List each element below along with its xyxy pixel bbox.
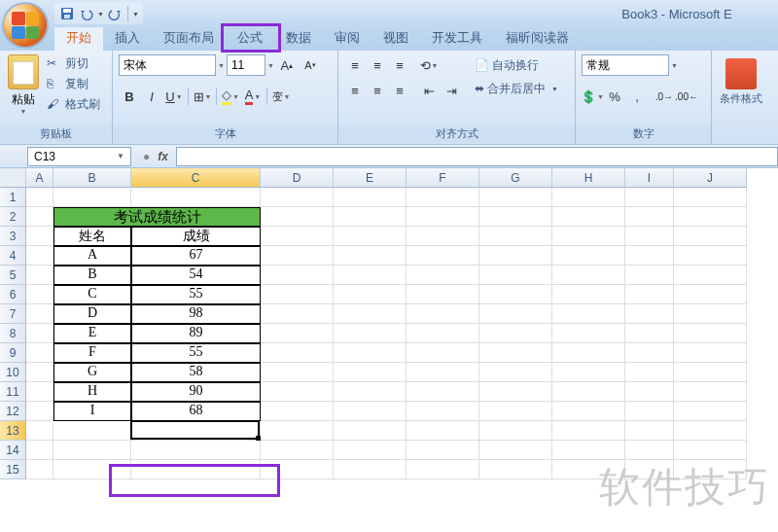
cell-A4[interactable] (26, 246, 53, 266)
cell-E1[interactable] (334, 188, 407, 207)
cell-E4[interactable] (334, 246, 407, 266)
cell-F13[interactable] (407, 421, 479, 441)
cell-G11[interactable] (479, 382, 552, 402)
cell-D5[interactable] (261, 266, 334, 285)
increase-decimal-button[interactable]: .0→ (654, 86, 675, 107)
cell-B14[interactable] (53, 441, 131, 460)
col-header-D[interactable]: D (261, 168, 334, 188)
cell-C10[interactable]: 58 (131, 363, 261, 382)
cell-D13[interactable] (261, 421, 334, 441)
cell-D11[interactable] (261, 382, 334, 402)
cell-D4[interactable] (261, 246, 334, 266)
border-button[interactable]: ⊞▼ (192, 86, 213, 107)
cell-E11[interactable] (334, 382, 407, 402)
format-painter-button[interactable]: 🖌格式刷 (45, 95, 102, 114)
align-center-button[interactable]: ≡ (367, 80, 388, 101)
tab-公式[interactable]: 公式 (226, 25, 274, 51)
grow-font-button[interactable]: A▴ (276, 54, 298, 76)
cell-E7[interactable] (334, 304, 407, 324)
cell-I1[interactable] (625, 188, 674, 207)
cell-C13[interactable] (131, 421, 261, 441)
cell-C6[interactable]: 55 (131, 285, 261, 304)
cell-G1[interactable] (479, 188, 552, 207)
cell-F2[interactable] (407, 207, 479, 227)
cell-J6[interactable] (674, 285, 747, 304)
row-header-11[interactable]: 11 (0, 382, 26, 402)
cell-E3[interactable] (334, 227, 407, 246)
cell-I11[interactable] (625, 382, 674, 402)
cell-F12[interactable] (407, 402, 479, 421)
cell-G7[interactable] (479, 304, 552, 324)
cell-I4[interactable] (625, 246, 674, 266)
cell-B9[interactable]: F (53, 343, 131, 363)
col-header-G[interactable]: G (479, 168, 552, 188)
cell-E15[interactable] (334, 460, 407, 479)
copy-button[interactable]: ⎘复制 (45, 75, 102, 93)
formula-bar[interactable] (176, 147, 778, 166)
cell-I8[interactable] (625, 324, 674, 343)
cell-B13[interactable] (53, 421, 131, 441)
tab-页面布局[interactable]: 页面布局 (152, 25, 226, 51)
font-size-select[interactable] (227, 54, 265, 76)
cell-E8[interactable] (334, 324, 407, 343)
cell-H5[interactable] (552, 266, 625, 285)
cell-J1[interactable] (674, 188, 747, 207)
table-title[interactable]: 考试成绩统计 (53, 207, 261, 227)
cell-H3[interactable] (552, 227, 625, 246)
cell-H6[interactable] (552, 285, 625, 304)
font-color-button[interactable]: A▼ (242, 86, 264, 107)
cell-E12[interactable] (334, 402, 407, 421)
cell-F1[interactable] (407, 188, 479, 207)
cell-B1[interactable] (53, 188, 131, 207)
cell-H12[interactable] (552, 402, 625, 421)
cell-D14[interactable] (261, 441, 334, 460)
font-size-dropdown[interactable]: ▼ (267, 62, 274, 69)
cell-D6[interactable] (261, 285, 334, 304)
row-header-4[interactable]: 4 (0, 246, 26, 266)
cell-G15[interactable] (479, 460, 552, 479)
cell-A13[interactable] (26, 421, 53, 441)
align-bottom-button[interactable]: ≡ (389, 54, 410, 76)
row-header-7[interactable]: 7 (0, 304, 26, 324)
cell-A14[interactable] (26, 441, 53, 460)
cell-H7[interactable] (552, 304, 625, 324)
cell-F7[interactable] (407, 304, 479, 324)
italic-button[interactable]: I (141, 86, 162, 107)
cell-D12[interactable] (261, 402, 334, 421)
cell-H13[interactable] (552, 421, 625, 441)
cell-E13[interactable] (334, 421, 407, 441)
cell-A9[interactable] (26, 343, 53, 363)
cell-C12[interactable]: 68 (131, 402, 261, 421)
cell-A8[interactable] (26, 324, 53, 343)
cell-C4[interactable]: 67 (131, 246, 261, 266)
cell-I13[interactable] (625, 421, 674, 441)
cell-F10[interactable] (407, 363, 479, 382)
cell-I10[interactable] (625, 363, 674, 382)
cell-I5[interactable] (625, 266, 674, 285)
row-header-15[interactable]: 15 (0, 460, 26, 479)
align-top-button[interactable]: ≡ (344, 54, 366, 76)
cell-C14[interactable] (131, 441, 261, 460)
cell-D8[interactable] (261, 324, 334, 343)
font-name-dropdown[interactable]: ▼ (218, 62, 225, 69)
cut-button[interactable]: ✂剪切 (45, 54, 102, 73)
name-box[interactable]: C13 ▼ (27, 147, 131, 166)
cell-D3[interactable] (261, 227, 334, 246)
cell-E10[interactable] (334, 363, 407, 382)
cell-B6[interactable]: C (53, 285, 131, 304)
undo-button[interactable] (78, 5, 95, 22)
cell-F14[interactable] (407, 441, 479, 460)
comma-button[interactable]: , (626, 86, 648, 107)
cell-G6[interactable] (479, 285, 552, 304)
cell-A2[interactable] (26, 207, 53, 227)
col-header-I[interactable]: I (625, 168, 674, 188)
cell-A11[interactable] (26, 382, 53, 402)
cell-G8[interactable] (479, 324, 552, 343)
percent-button[interactable]: % (604, 86, 625, 107)
tab-插入[interactable]: 插入 (103, 25, 152, 51)
row-header-14[interactable]: 14 (0, 441, 26, 460)
merge-center-button[interactable]: ⬌合并后居中▼ (472, 78, 561, 99)
cell-J4[interactable] (674, 246, 747, 266)
col-header-J[interactable]: J (674, 168, 747, 188)
row-header-5[interactable]: 5 (0, 266, 26, 285)
